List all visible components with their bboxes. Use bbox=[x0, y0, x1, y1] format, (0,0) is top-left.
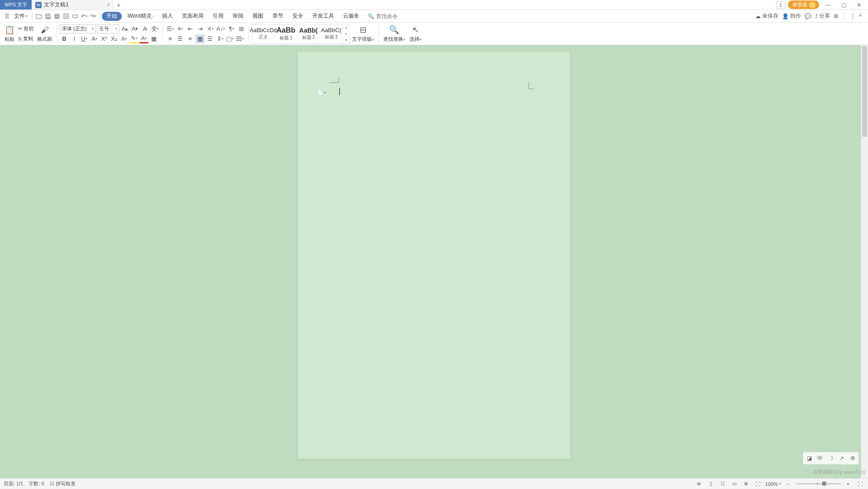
shading-button[interactable]: ▢▾ bbox=[225, 34, 234, 43]
tab-developer[interactable]: 开发工具 bbox=[308, 10, 339, 23]
zoom-level[interactable]: 100%▾ bbox=[765, 481, 781, 487]
minimize-button[interactable]: — bbox=[822, 0, 835, 10]
text-layout-button[interactable]: ⊟ 文字排版▾ bbox=[350, 24, 376, 43]
tab-references[interactable]: 引用 bbox=[208, 10, 228, 23]
new-tab-button[interactable]: + bbox=[113, 0, 124, 10]
save-icon[interactable] bbox=[43, 12, 52, 21]
view-read-icon[interactable]: ▭ bbox=[730, 480, 739, 488]
tab-review[interactable]: 审阅 bbox=[228, 10, 248, 23]
decrease-indent-button[interactable]: ⇤ bbox=[186, 24, 195, 34]
strikethrough-button[interactable]: A̵▾ bbox=[90, 34, 99, 43]
tab-close-icon[interactable]: × bbox=[107, 2, 110, 8]
tab-insert[interactable]: 插入 bbox=[157, 10, 177, 23]
bullets-button[interactable]: ☰▾ bbox=[166, 24, 175, 34]
style-heading1[interactable]: AaBb标题 1 bbox=[275, 24, 297, 43]
bold-button[interactable]: B bbox=[60, 34, 69, 43]
file-menu[interactable]: 文件▾ bbox=[11, 12, 30, 20]
increase-indent-button[interactable]: ⇥ bbox=[196, 24, 205, 34]
tab-word-wizard[interactable]: ·Word精灵· bbox=[122, 10, 157, 23]
float-tool-3[interactable]: ☽ bbox=[826, 453, 836, 463]
increase-font-button[interactable]: A▴ bbox=[120, 24, 129, 34]
phonetic-button[interactable]: 变▾ bbox=[150, 24, 160, 34]
underline-button[interactable]: U▾ bbox=[80, 34, 89, 43]
feedback-icon[interactable]: 💬 bbox=[805, 13, 811, 19]
numbering-button[interactable]: ≡▾ bbox=[176, 24, 185, 34]
font-name-select[interactable]: 宋体 (正文)▾ bbox=[60, 24, 96, 34]
zoom-slider[interactable] bbox=[796, 483, 841, 484]
zoom-out-button[interactable]: − bbox=[784, 480, 793, 488]
share-button[interactable]: ⤴分享 bbox=[815, 12, 830, 20]
zoom-fit-icon[interactable]: ⛶ bbox=[754, 480, 763, 488]
font-color-button[interactable]: A▾ bbox=[139, 34, 148, 43]
undo-icon[interactable]: ↶▾ bbox=[80, 12, 89, 21]
close-button[interactable]: ✕ bbox=[853, 0, 865, 10]
notification-icon[interactable]: 1 bbox=[776, 1, 785, 9]
paste-button[interactable]: 📋 粘贴 bbox=[3, 24, 16, 43]
document-tab[interactable]: W 文字文稿1 × bbox=[32, 0, 113, 10]
superscript-button[interactable]: X² bbox=[100, 34, 109, 43]
float-tool-1[interactable]: ◪ bbox=[804, 453, 814, 463]
find-replace-button[interactable]: 🔍 查找替换▾ bbox=[382, 24, 407, 43]
line-spacing-button[interactable]: ⇕▾ bbox=[215, 34, 224, 43]
align-right-button[interactable]: ≡ bbox=[186, 34, 195, 43]
maximize-button[interactable]: ▢ bbox=[837, 0, 850, 10]
eye-icon[interactable]: 👁 bbox=[695, 480, 704, 488]
tab-cloud[interactable]: 云服务 bbox=[339, 10, 364, 23]
borders-button[interactable]: 田▾ bbox=[235, 34, 245, 43]
clear-format-button[interactable]: A̶ bbox=[140, 24, 149, 34]
tab-security[interactable]: 安全 bbox=[288, 10, 308, 23]
tab-page-layout[interactable]: 页面布局 bbox=[177, 10, 208, 23]
text-direction-button[interactable]: A↕▾ bbox=[215, 24, 226, 34]
settings-icon[interactable]: ⚙ bbox=[834, 13, 839, 19]
open-icon[interactable] bbox=[34, 12, 43, 21]
align-distribute-button[interactable]: ☰ bbox=[205, 34, 215, 43]
vertical-scrollbar[interactable] bbox=[861, 45, 868, 478]
view-page-icon[interactable]: ▯ bbox=[706, 480, 715, 488]
view-outline-icon[interactable]: ☷ bbox=[718, 480, 727, 488]
tab-sections[interactable]: 章节 bbox=[268, 10, 288, 23]
command-search[interactable]: 🔍 bbox=[367, 13, 412, 19]
tab-view[interactable]: 视图 bbox=[248, 10, 268, 23]
align-left-button[interactable]: ≡ bbox=[166, 34, 175, 43]
login-button[interactable]: 未登录 bbox=[788, 0, 819, 9]
align-center-button[interactable]: ☰ bbox=[176, 34, 185, 43]
view-web-icon[interactable]: ⊕ bbox=[742, 480, 751, 488]
collapse-ribbon-icon[interactable]: ^ bbox=[859, 13, 862, 19]
not-saved-indicator[interactable]: ☁未保存 bbox=[755, 12, 778, 20]
text-effects-button[interactable]: A▾ bbox=[119, 34, 129, 43]
subscript-button[interactable]: X₂ bbox=[110, 34, 119, 43]
print-preview-icon[interactable] bbox=[62, 12, 71, 21]
select-button[interactable]: ↖ 选择▾ bbox=[408, 24, 423, 43]
print-icon[interactable] bbox=[52, 12, 62, 21]
document-page[interactable]: 📄▾ bbox=[298, 52, 570, 459]
font-size-select[interactable]: 五号▾ bbox=[97, 24, 119, 34]
fullscreen-icon[interactable]: ⛶ bbox=[855, 480, 864, 488]
float-tool-4[interactable]: ↗ bbox=[837, 453, 847, 463]
sort-button[interactable]: ⤮▾ bbox=[205, 24, 215, 34]
format-painter-button[interactable]: 🖌 格式刷 bbox=[35, 24, 54, 43]
decrease-font-button[interactable]: A▾ bbox=[130, 24, 139, 34]
style-heading2[interactable]: AaBb(标题 2 bbox=[297, 24, 320, 43]
italic-button[interactable]: I bbox=[70, 34, 79, 43]
tab-home[interactable]: 开始 bbox=[102, 12, 122, 21]
word-count[interactable]: 字数: 0 bbox=[29, 480, 44, 487]
spell-check[interactable]: ☑拼写检查 bbox=[50, 480, 76, 487]
align-justify-button[interactable]: ▦ bbox=[196, 34, 205, 43]
styles-more-button[interactable]: ▴▾▾ bbox=[343, 24, 349, 43]
copy-button[interactable]: ⎘复制 bbox=[17, 34, 34, 43]
page-indicator[interactable]: 页面: 1/1 bbox=[4, 480, 23, 487]
float-tool-5[interactable]: ⚙ bbox=[848, 453, 858, 463]
zoom-slider-thumb[interactable] bbox=[822, 481, 826, 486]
tabs-button[interactable]: ⊞ bbox=[237, 24, 246, 34]
paragraph-insert-icon[interactable]: 📄▾ bbox=[317, 90, 326, 96]
command-search-input[interactable] bbox=[376, 13, 412, 19]
float-tool-2[interactable]: 中 bbox=[815, 453, 825, 463]
hamburger-menu-icon[interactable]: ☰ bbox=[3, 13, 11, 19]
char-shading-button[interactable]: ▦ bbox=[149, 34, 158, 43]
styles-gallery[interactable]: AaBbCcDd正文 AaBb标题 1 AaBb(标题 2 AaBbC(标题 3… bbox=[252, 24, 349, 44]
highlight-button[interactable]: ✎▾ bbox=[129, 34, 138, 43]
collaborate-button[interactable]: 👤协作 bbox=[782, 12, 801, 20]
zoom-in-button[interactable]: + bbox=[844, 480, 853, 488]
style-normal[interactable]: AaBbCcDd正文 bbox=[252, 24, 275, 43]
scrollbar-thumb[interactable] bbox=[862, 46, 867, 137]
